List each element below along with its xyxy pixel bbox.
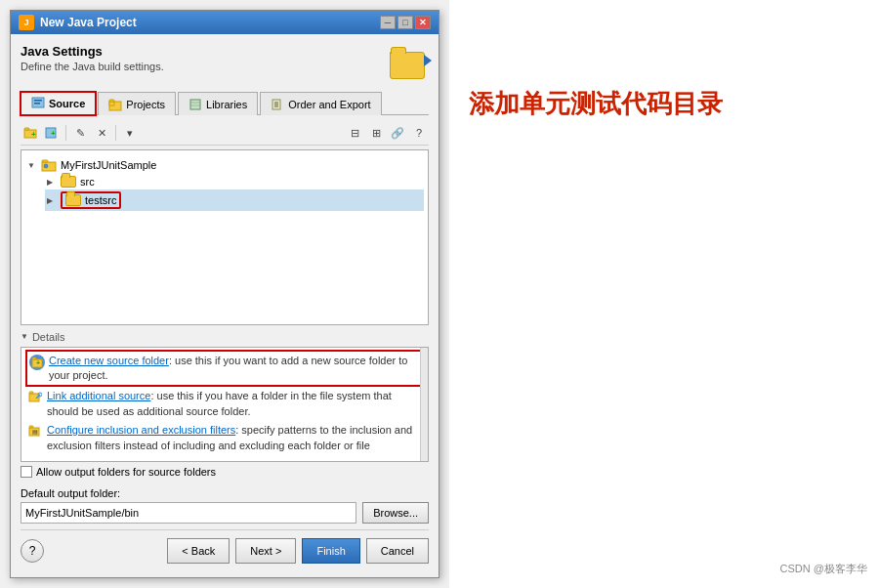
details-triangle-icon: ▼ — [21, 332, 28, 341]
expand-button[interactable]: ⊞ — [366, 123, 386, 143]
tab-source-label: Source — [49, 98, 85, 109]
source-toolbar: + + ✎ ✕ ▾ ⊟ ⊞ 🔗 ? — [21, 121, 429, 146]
page-subtitle: Define the Java build settings. — [21, 61, 164, 72]
svg-rect-2 — [34, 103, 40, 105]
tab-projects-label: Projects — [126, 99, 165, 110]
tree-testsrc-item[interactable]: ▶ testsrc — [45, 189, 424, 211]
dialog-icon: J — [19, 15, 34, 30]
finish-button[interactable]: Finish — [302, 538, 359, 564]
maximize-button[interactable]: □ — [398, 16, 413, 29]
header-icon — [390, 44, 429, 83]
dropdown-button[interactable]: ▾ — [120, 123, 140, 143]
details-link-source-row: Link additional source: use this if you … — [27, 389, 422, 419]
source-tab-icon — [31, 97, 45, 110]
tab-order-export[interactable]: Order and Export — [260, 92, 381, 115]
close-button[interactable]: ✕ — [415, 16, 431, 29]
details-scrollbar[interactable] — [420, 348, 428, 461]
cancel-button[interactable]: Cancel — [366, 538, 429, 564]
svg-text:+: + — [36, 359, 40, 366]
svg-text:▤: ▤ — [32, 429, 38, 435]
details-section: ▼ Details + Create new sourc — [21, 331, 429, 462]
bottom-bar: ? < Back Next > Finish Cancel — [21, 529, 429, 567]
details-label: Details — [32, 331, 65, 343]
add-source-button[interactable]: + — [42, 123, 62, 143]
help-inline-button[interactable]: ? — [409, 123, 429, 143]
svg-rect-4 — [109, 102, 114, 105]
svg-rect-1 — [34, 100, 42, 102]
svg-rect-6 — [190, 100, 200, 109]
link-button[interactable]: 🔗 — [388, 123, 407, 143]
edit-button[interactable]: ✎ — [70, 123, 90, 143]
create-source-link[interactable]: Create new source folder — [49, 355, 169, 366]
svg-rect-29 — [29, 426, 33, 428]
link-source-icon — [27, 390, 43, 405]
details-header[interactable]: ▼ Details — [21, 331, 429, 343]
details-create-source-text: Create new source folder: use this if yo… — [49, 354, 420, 384]
watermark: CSDN @极客李华 — [780, 562, 867, 576]
allow-output-folders-row[interactable]: Allow output folders for source folders — [21, 466, 429, 478]
minimize-button[interactable]: ─ — [380, 16, 396, 29]
tabs-bar: Source Projects — [21, 91, 429, 115]
tree-expand-icon: ▼ — [27, 161, 37, 170]
svg-text:+: + — [51, 129, 56, 138]
tab-order-export-label: Order and Export — [288, 99, 370, 110]
tree-children: ▶ src ▶ testsrc — [45, 174, 424, 211]
projects-tab-icon — [108, 98, 122, 111]
svg-point-20 — [44, 164, 48, 168]
back-button[interactable]: < Back — [167, 538, 230, 564]
libraries-tab-icon — [188, 98, 202, 111]
tree-testsrc-expand-icon: ▶ — [47, 196, 57, 205]
tab-source[interactable]: Source — [21, 92, 96, 115]
navigation-buttons: < Back Next > Finish Cancel — [167, 538, 429, 564]
tree-root-item[interactable]: ▼ MyFirstJUnitSample — [25, 156, 424, 174]
link-source-link[interactable]: Link additional source — [47, 390, 150, 401]
svg-rect-19 — [42, 160, 48, 162]
help-button[interactable]: ? — [21, 539, 44, 563]
toolbar-separator-1 — [65, 125, 66, 141]
remove-button[interactable]: ✕ — [92, 123, 111, 143]
tree-src-expand-icon: ▶ — [47, 178, 57, 187]
testsrc-highlight-box: testsrc — [61, 191, 121, 209]
details-link-source-text: Link additional source: use this if you … — [47, 389, 422, 419]
details-body: + Create new source folder: use this if … — [21, 347, 429, 462]
tab-libraries-label: Libraries — [206, 99, 247, 110]
tree-root-label: MyFirstJUnitSample — [61, 159, 156, 171]
toolbar-separator-2 — [115, 125, 116, 141]
order-export-tab-icon — [271, 98, 284, 111]
tree-testsrc-label: testsrc — [85, 194, 116, 206]
output-section: Default output folder: Browse... — [21, 487, 429, 524]
tree-root: ▼ MyFirstJUnitSample ▶ src — [25, 154, 424, 213]
details-configure-row: ▤ Configure inclusion and exclusion filt… — [27, 423, 422, 453]
add-folder-button[interactable]: + — [21, 123, 40, 143]
output-folder-label: Default output folder: — [21, 487, 429, 499]
src-folder-icon — [61, 176, 76, 188]
source-tree[interactable]: ▼ MyFirstJUnitSample ▶ src — [21, 149, 429, 325]
collapse-button[interactable]: ⊟ — [345, 123, 364, 143]
dialog-title: New Java Project — [40, 16, 137, 29]
tab-projects[interactable]: Projects — [98, 92, 176, 115]
project-icon — [41, 158, 57, 172]
tab-libraries[interactable]: Libraries — [178, 92, 258, 115]
svg-rect-5 — [109, 100, 114, 102]
tree-src-label: src — [80, 176, 95, 188]
testsrc-folder-icon — [65, 194, 81, 206]
svg-rect-25 — [29, 392, 33, 394]
allow-output-folders-checkbox[interactable] — [21, 466, 32, 478]
create-source-icon: + — [29, 355, 45, 370]
page-title: Java Settings — [21, 44, 164, 59]
details-create-source-row: + Create new source folder: use this if … — [27, 352, 422, 386]
configure-link[interactable]: Configure inclusion and exclusion filter… — [47, 424, 235, 436]
details-configure-text: Configure inclusion and exclusion filter… — [47, 423, 422, 453]
annotation-text: 添加单元测试代码目录 — [469, 88, 723, 121]
next-button[interactable]: Next > — [235, 538, 296, 564]
output-folder-input[interactable] — [21, 502, 356, 524]
svg-rect-14 — [24, 128, 29, 130]
right-panel: 添加单元测试代码目录 CSDN @极客李华 — [449, 0, 879, 588]
svg-text:+: + — [31, 130, 36, 139]
tree-src-item[interactable]: ▶ src — [45, 174, 424, 189]
configure-icon: ▤ — [27, 424, 43, 440]
title-bar: J New Java Project ─ □ ✕ — [11, 11, 439, 34]
allow-output-folders-label: Allow output folders for source folders — [36, 466, 216, 478]
browse-button[interactable]: Browse... — [362, 502, 429, 524]
